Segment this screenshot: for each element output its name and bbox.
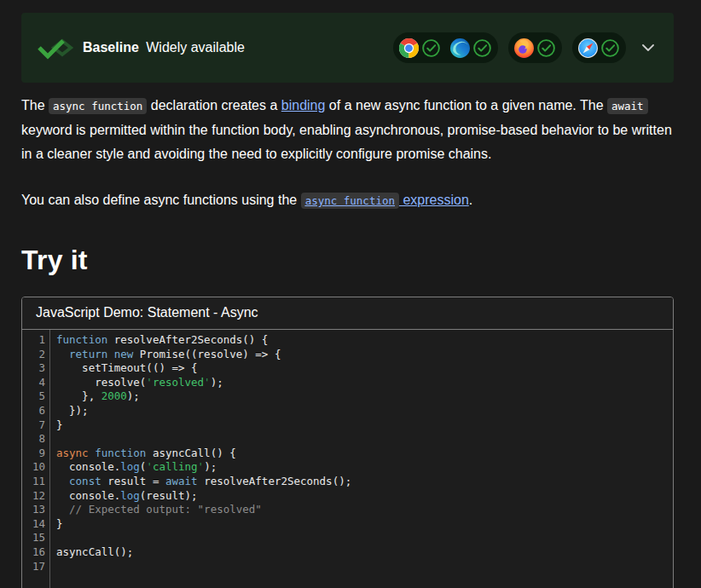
interactive-example: JavaScript Demo: Statement - Async 12345… — [21, 297, 674, 588]
code-token-plain: Promise((resolve) => { — [133, 348, 281, 360]
code-editor[interactable]: 1234567891011121314151617 function resol… — [22, 330, 673, 588]
baseline-availability: Widely available — [146, 40, 245, 55]
demo-title: JavaScript Demo: Statement - Async — [36, 305, 258, 320]
line-number: 8 — [22, 432, 45, 447]
line-number: 7 — [22, 418, 45, 433]
code-token-plain: asyncCall(); — [56, 545, 133, 558]
browser-support-firefox — [508, 32, 562, 63]
inline-code: async function — [49, 98, 147, 114]
code-line: return new Promise((resolve) => { — [56, 348, 673, 362]
code-line: asyncCall(); — [56, 545, 673, 560]
baseline-title: Baseline Widely available — [83, 40, 245, 55]
text-link[interactable]: binding — [281, 98, 326, 112]
firefox-icon — [513, 37, 535, 59]
baseline-banner: Baseline Widely available — [21, 13, 674, 83]
code-token-plain: }, — [56, 389, 101, 402]
demo-header: JavaScript Demo: Statement - Async — [22, 297, 673, 330]
code-token-plain: ); — [127, 389, 140, 402]
line-number: 2 — [22, 348, 45, 362]
edge-icon — [449, 37, 471, 59]
code-token-com: // Expected output: "resolved" — [69, 503, 262, 516]
line-number: 9 — [22, 447, 45, 461]
line-number: 13 — [22, 503, 45, 517]
browser-support-chrome-edge — [393, 32, 498, 63]
code-token-plain: (result); — [140, 489, 198, 502]
chevron-down-icon — [642, 44, 654, 51]
code-token-strq: ' — [204, 376, 211, 389]
line-number: 4 — [22, 376, 45, 390]
code-token-plain: ); — [211, 376, 223, 389]
line-number: 1 — [22, 333, 45, 348]
code-token-kw: new — [114, 348, 134, 360]
code-token-strq: ' — [198, 460, 205, 473]
inline-code: async function — [301, 193, 399, 209]
code-line: console.log('calling'); — [56, 460, 673, 475]
code-token-kw: function — [56, 333, 107, 346]
code-token-plain — [56, 475, 69, 487]
code-gutter: 1234567891011121314151617 — [22, 330, 50, 588]
line-number: 10 — [22, 460, 45, 475]
safari-icon — [577, 37, 599, 59]
code-token-plain: resolveAfter2Seconds() { — [107, 333, 268, 346]
code-token-plain: } — [56, 418, 63, 431]
code-token-prop: log — [120, 460, 140, 473]
code-token-plain — [107, 348, 114, 360]
safari-supported-check-icon — [600, 37, 621, 59]
code-token-plain: setTimeout(() => { — [56, 361, 198, 374]
try-it-heading: Try it — [21, 244, 674, 276]
code-token-num: 2000 — [101, 389, 127, 402]
code-line: }, 2000); — [56, 389, 673, 404]
baseline-label: Baseline — [83, 40, 139, 55]
code-token-strq: ' — [146, 376, 153, 389]
code-token-str: resolved — [153, 376, 204, 389]
line-number: 5 — [22, 389, 45, 404]
code-line: } — [56, 517, 673, 532]
code-line — [56, 560, 673, 574]
code-token-plain — [56, 503, 69, 516]
code-line: }); — [56, 404, 673, 418]
code-token-prop: log — [120, 489, 140, 502]
line-number: 12 — [22, 489, 45, 504]
browser-support-safari — [572, 32, 626, 63]
code-token-plain: ); — [204, 460, 217, 473]
code-token-plain: } — [56, 517, 63, 530]
chrome-supported-check-icon — [420, 37, 442, 59]
code-token-plain: }); — [56, 404, 89, 417]
text-link[interactable]: expression — [399, 193, 469, 207]
line-number: 11 — [22, 475, 45, 489]
code-token-plain: resolve( — [56, 376, 146, 389]
code-token-plain: asyncCall() { — [146, 447, 235, 459]
line-number: 14 — [22, 517, 45, 532]
code-line: // Expected output: "resolved" — [56, 503, 673, 517]
code-lines[interactable]: function resolveAfter2Seconds() { return… — [50, 330, 673, 588]
browser-support — [393, 32, 658, 63]
code-line: setTimeout(() => { — [56, 361, 673, 376]
code-token-plain: console. — [56, 460, 120, 473]
baseline-expand-button[interactable] — [638, 37, 658, 58]
firefox-supported-check-icon — [536, 37, 557, 59]
code-line — [56, 432, 673, 447]
code-line: const result = await resolveAfter2Second… — [56, 475, 673, 489]
chrome-icon — [398, 37, 420, 59]
edge-supported-check-icon — [472, 37, 493, 59]
code-token-kw: return — [69, 348, 107, 360]
code-line: resolve('resolved'); — [56, 376, 673, 390]
code-token-kw: const — [69, 475, 101, 487]
baseline-logo-icon — [37, 36, 74, 60]
code-token-plain: console. — [56, 489, 120, 502]
code-token-plain: result = — [101, 475, 165, 487]
code-token-mod: async — [56, 447, 89, 459]
expression-paragraph: You can also define async functions usin… — [21, 188, 674, 213]
code-token-plain: resolveAfter2Seconds(); — [198, 475, 352, 487]
line-number: 6 — [22, 404, 45, 418]
code-token-kw: function — [95, 447, 146, 459]
code-link[interactable]: async function — [301, 193, 399, 207]
intro-paragraph: The async function declaration creates a… — [21, 94, 674, 166]
line-number: 17 — [22, 560, 45, 574]
baseline-status: Baseline Widely available — [37, 36, 245, 60]
code-token-plain — [56, 348, 69, 360]
code-line — [56, 531, 673, 545]
code-token-str: calling — [153, 460, 198, 473]
code-line: console.log(result); — [56, 489, 673, 504]
line-number: 3 — [22, 361, 45, 376]
